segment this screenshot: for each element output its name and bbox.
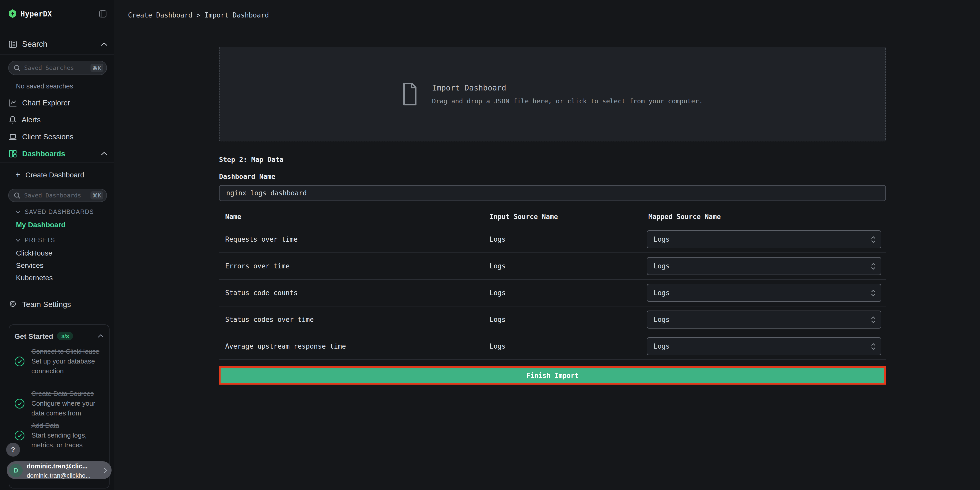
check-circle-icon: [14, 430, 25, 441]
get-started-item-sources[interactable]: Create Data Sources Configure where your…: [14, 389, 105, 417]
click-highlight: Finish Import: [219, 366, 886, 385]
select-chevrons-icon: [870, 289, 876, 297]
row-input-source: Logs: [490, 316, 647, 323]
check-circle-icon: [14, 356, 25, 367]
mapped-source-select[interactable]: Logs: [647, 230, 881, 248]
logo: HyperDX: [9, 9, 107, 18]
dashboard-grid-icon: [9, 150, 17, 158]
plus-icon: +: [16, 171, 20, 178]
file-icon: [402, 82, 417, 106]
divider: [0, 54, 114, 54]
get-started-item-connect[interactable]: Connect to ClickHouse Set up your databa…: [14, 347, 105, 375]
topbar: Create Dashboard > Import Dashboard: [114, 0, 980, 30]
gear-icon: [9, 300, 17, 308]
sidebar-item-team-settings[interactable]: Team Settings: [9, 297, 107, 310]
table-row: Average upstream response time Logs Logs: [219, 333, 886, 360]
shortcut-badge: ⌘K: [90, 191, 103, 199]
saved-dashboard-my-dashboard[interactable]: My Dashboard: [16, 221, 65, 229]
step-label: Step 2: Map Data: [219, 156, 886, 164]
group-header-label: SAVED DASHBOARDS: [25, 209, 94, 215]
sidebar-item-dashboards[interactable]: Dashboards: [9, 147, 107, 161]
create-dashboard-button[interactable]: + Create Dashboard: [16, 171, 84, 179]
row-name: Status code counts: [219, 289, 490, 297]
get-started-item-text: Create Data Sources Configure where your…: [31, 389, 105, 417]
team-settings-label: Team Settings: [22, 299, 71, 308]
group-header-label: PRESETS: [25, 237, 55, 243]
row-name: Average upstream response time: [219, 342, 490, 350]
help-button[interactable]: ?: [6, 443, 20, 457]
shortcut-badge: ⌘K: [90, 64, 103, 72]
preset-clickhouse[interactable]: ClickHouse: [16, 249, 52, 257]
user-menu[interactable]: D dominic.tran@clic... dominic.tran@clic…: [7, 461, 111, 479]
get-started-header[interactable]: Get Started 3/3: [14, 332, 104, 340]
sidebar-item-label: Alerts: [22, 116, 41, 124]
sidebar-section-search[interactable]: Search: [9, 38, 107, 51]
saved-dashboards-group-header[interactable]: SAVED DASHBOARDS: [16, 209, 94, 215]
select-chevrons-icon: [870, 315, 876, 324]
dropzone-title: Import Dashboard: [432, 83, 703, 92]
saved-dashboards-input[interactable]: Saved Dashboards ⌘K: [8, 189, 107, 202]
get-started-item-text: Add Data Start sending logs, metrics, or…: [31, 421, 105, 449]
row-input-source: Logs: [490, 342, 647, 350]
sidebar-item-label: Client Sessions: [22, 133, 73, 141]
import-dropzone[interactable]: Import Dashboard Drag and drop a JSON fi…: [219, 47, 886, 142]
breadcrumb[interactable]: Create Dashboard > Import Dashboard: [128, 11, 269, 19]
select-value: Logs: [654, 316, 670, 323]
saved-searches-placeholder: Saved Searches: [24, 64, 90, 72]
row-name: Requests over time: [219, 235, 490, 243]
table-row: Requests over time Logs Logs: [219, 226, 886, 253]
saved-dashboards-placeholder: Saved Dashboards: [24, 192, 90, 199]
row-input-source: Logs: [490, 262, 647, 270]
row-input-source: Logs: [490, 289, 647, 297]
sidebar: HyperDX Search: [0, 0, 114, 490]
mapped-source-select[interactable]: Logs: [647, 337, 881, 355]
chevron-down-icon: [16, 210, 21, 214]
preset-services[interactable]: Services: [16, 261, 43, 269]
panel-icon: [99, 10, 107, 17]
select-chevrons-icon: [870, 235, 876, 243]
chevron-up-icon: [98, 334, 104, 338]
user-texts: dominic.tran@clic... dominic.tran@clickh…: [27, 461, 103, 479]
select-value: Logs: [654, 289, 670, 297]
bell-icon: [9, 116, 16, 124]
select-value: Logs: [654, 342, 670, 350]
user-email: dominic.tran@clickho...: [27, 472, 91, 479]
divider: [0, 162, 114, 162]
finish-import-button[interactable]: Finish Import: [221, 368, 885, 383]
hyperdx-app: HyperDX Search: [0, 0, 980, 490]
dropzone-subtitle: Drag and drop a JSON file here, or click…: [432, 97, 703, 105]
avatar: D: [9, 463, 22, 477]
presets-group-header[interactable]: PRESETS: [16, 237, 55, 243]
mapped-source-select[interactable]: Logs: [647, 257, 881, 275]
search-icon: [14, 65, 21, 71]
sidebar-item-label: Dashboards: [22, 150, 65, 158]
mapped-source-select[interactable]: Logs: [647, 310, 881, 329]
get-started-progress-badge: 3/3: [57, 332, 73, 340]
dropzone-text: Import Dashboard Drag and drop a JSON fi…: [432, 83, 703, 105]
sidebar-toggle-button[interactable]: [99, 10, 107, 17]
mapped-source-select[interactable]: Logs: [647, 284, 881, 302]
create-dashboard-label: Create Dashboard: [25, 171, 84, 179]
dashboard-name-label: Dashboard Name: [219, 173, 886, 180]
get-started-item-desc: Configure where your data comes from: [31, 399, 95, 417]
select-value: Logs: [654, 235, 670, 243]
get-started-item-title: Create Data Sources: [31, 390, 94, 398]
get-started-item-add-data[interactable]: Add Data Start sending logs, metrics, or…: [14, 421, 105, 449]
preset-kubernetes[interactable]: Kubernetes: [16, 274, 53, 282]
sidebar-item-alerts[interactable]: Alerts: [9, 113, 107, 126]
dashboard-name-input[interactable]: [219, 185, 886, 201]
app-title: HyperDX: [21, 10, 52, 18]
check-circle-icon: [14, 398, 25, 409]
saved-searches-input[interactable]: Saved Searches ⌘K: [8, 60, 107, 75]
get-started-item-desc: Start sending logs, metrics, or traces: [31, 431, 87, 449]
search-section-icon: [9, 40, 17, 48]
get-started-item-title: Connect to ClickHouse: [31, 348, 99, 355]
search-icon: [14, 192, 21, 199]
sidebar-item-chart-explorer[interactable]: Chart Explorer: [9, 96, 107, 110]
select-value: Logs: [654, 262, 670, 270]
logo-icon: [9, 9, 16, 18]
sidebar-item-label: Chart Explorer: [22, 99, 70, 107]
column-header-mapped-source: Mapped Source Name: [647, 213, 886, 221]
table-row: Errors over time Logs Logs: [219, 253, 886, 280]
sidebar-item-client-sessions[interactable]: Client Sessions: [9, 130, 107, 143]
